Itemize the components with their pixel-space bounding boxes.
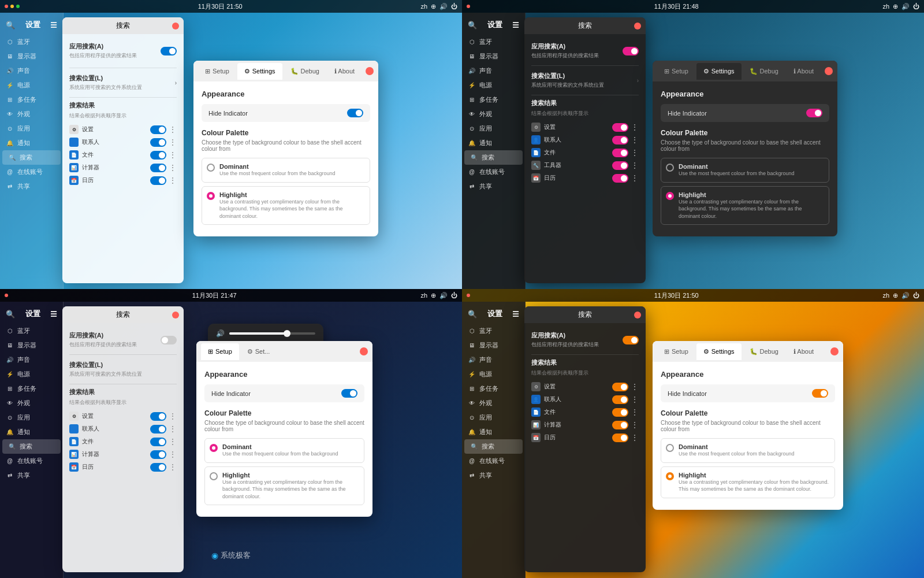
close-button-q2[interactable] (634, 23, 641, 29)
sidebar-display-q3[interactable]: 🖥显示器 (0, 338, 63, 353)
hide-indicator-toggle-q4[interactable] (812, 389, 828, 398)
sidebar-online-q3[interactable]: @在线账号 (0, 454, 63, 468)
sidebar-display-q2[interactable]: 🖥显示器 (462, 49, 525, 64)
sidebar-item-sharing[interactable]: ⇄共享 (0, 179, 63, 194)
toggle-settings[interactable] (150, 125, 166, 134)
radio-highlight-q4[interactable]: Highlight Use a contrasting yet complime… (661, 466, 835, 498)
tab-set-q3[interactable]: ⚙ Set... (240, 343, 277, 360)
sidebar-notif-q3[interactable]: 🔔通知 (0, 425, 63, 439)
app-search-toggle-q2[interactable] (623, 47, 639, 55)
sidebar-sharing-q2[interactable]: ⇄共享 (462, 179, 525, 194)
sidebar-item-online[interactable]: @在线账号 (0, 165, 63, 179)
tab-setup-q4[interactable]: ⊞ Setup (657, 343, 695, 360)
dialog-close-q3[interactable] (360, 347, 368, 355)
dots-files[interactable]: ⋮ (169, 151, 177, 159)
close-button-q1[interactable] (172, 23, 179, 29)
app-search-toggle-q1[interactable] (161, 47, 177, 55)
toggle-files[interactable] (150, 151, 166, 160)
tab-debug-q2[interactable]: 🐛 Debug (743, 63, 785, 80)
close-button-q3[interactable] (172, 312, 179, 318)
sidebar-notif-q2[interactable]: 🔔通知 (462, 136, 525, 150)
tab-settings-q2[interactable]: ⚙ Settings (696, 63, 742, 80)
sidebar-sharing-q4[interactable]: ⇄共享 (462, 468, 525, 483)
location-arrow-q2[interactable]: › (637, 77, 639, 84)
sidebar-power-q4[interactable]: ⚡电源 (462, 367, 525, 381)
toggle-contacts[interactable] (150, 138, 166, 147)
sidebar-online-q2[interactable]: @在线账号 (462, 165, 525, 179)
sidebar-item-apps[interactable]: ⊙应用 (0, 121, 63, 136)
sidebar-display-q4[interactable]: 🖥显示器 (462, 338, 525, 353)
sidebar-sound-q4[interactable]: 🔊声音 (462, 353, 525, 367)
radio-highlight-q1[interactable]: Highlight Use a contrasting yet complime… (202, 186, 370, 225)
sidebar-item-display[interactable]: 🖥显示器 (0, 49, 63, 64)
sidebar-search-q4[interactable]: 🔍搜索 (464, 439, 523, 454)
toggle-cal[interactable] (150, 176, 166, 185)
dots-calc[interactable]: ⋮ (169, 164, 177, 172)
sidebar-item-bluetooth[interactable]: ⬡蓝牙 (0, 35, 63, 49)
app-search-toggle-q4[interactable] (623, 336, 639, 344)
tab-setup-q2[interactable]: ⊞ Setup (657, 63, 695, 80)
sidebar-sharing-q3[interactable]: ⇄共享 (0, 468, 63, 483)
sidebar-power-q3[interactable]: ⚡电源 (0, 367, 63, 381)
tab-setup-q1[interactable]: ⊞ Setup (198, 63, 236, 80)
dots-contacts[interactable]: ⋮ (169, 138, 177, 146)
sidebar-bluetooth-q2[interactable]: ⬡蓝牙 (462, 35, 525, 49)
close-button-q4[interactable] (634, 312, 641, 318)
sidebar-online-q4[interactable]: @在线账号 (462, 454, 525, 468)
app-search-toggle-q3[interactable] (161, 336, 177, 344)
dots-cal[interactable]: ⋮ (169, 176, 177, 184)
radio-dominant-q3[interactable]: Dominant Use the most frequent colour fr… (204, 438, 364, 463)
tab-debug-q4[interactable]: 🐛 Debug (743, 343, 785, 360)
menu-icon-q1[interactable]: ☰ (50, 21, 57, 29)
hide-indicator-toggle-q1[interactable] (347, 109, 363, 117)
sidebar-notif-q4[interactable]: 🔔通知 (462, 425, 525, 439)
toggle-settings-q2[interactable] (612, 123, 628, 132)
sidebar-apps-q2[interactable]: ⊙应用 (462, 121, 525, 136)
sidebar-item-power[interactable]: ⚡电源 (0, 78, 63, 92)
dialog-close-q1[interactable] (366, 67, 374, 75)
sidebar-sound-q3[interactable]: 🔊声音 (0, 353, 63, 367)
tab-debug-q1[interactable]: 🐛 Debug (284, 63, 326, 80)
sidebar-bluetooth-q3[interactable]: ⬡蓝牙 (0, 324, 63, 338)
sidebar-appearance-q4[interactable]: 👁外观 (462, 396, 525, 410)
location-arrow-q1[interactable]: › (175, 80, 177, 86)
menu-icon-q4[interactable]: ☰ (512, 310, 519, 318)
toggle-tools-q2[interactable] (612, 161, 628, 170)
radio-highlight-q2[interactable]: Highlight Use a contrasting yet complime… (661, 186, 829, 225)
sidebar-item-multitask[interactable]: ⊞多任务 (0, 92, 63, 107)
menu-icon-q2[interactable]: ☰ (512, 21, 519, 29)
radio-dominant-q2[interactable]: Dominant Use the most frequent colour fr… (661, 158, 829, 183)
sidebar-apps-q4[interactable]: ⊙应用 (462, 410, 525, 425)
sidebar-appearance-q2[interactable]: 👁外观 (462, 107, 525, 121)
radio-dominant-q1[interactable]: Dominant Use the most frequent colour fr… (202, 158, 370, 183)
sidebar-multitask-q3[interactable]: ⊞多任务 (0, 381, 63, 396)
radio-dominant-q4[interactable]: Dominant Use the most frequent colour fr… (661, 438, 835, 463)
toggle-contacts-q2[interactable] (612, 136, 628, 144)
sidebar-sound-q2[interactable]: 🔊声音 (462, 64, 525, 78)
sidebar-item-sound[interactable]: 🔊声音 (0, 64, 63, 78)
sidebar-multitask-q2[interactable]: ⊞多任务 (462, 92, 525, 107)
dots-settings[interactable]: ⋮ (169, 125, 177, 134)
tab-about-q1[interactable]: ℹ About (327, 63, 362, 80)
sidebar-item-search[interactable]: 🔍搜索 (2, 150, 61, 165)
toggle-calc[interactable] (150, 164, 166, 172)
sidebar-search-q2[interactable]: 🔍搜索 (464, 150, 523, 165)
dialog-close-q4[interactable] (830, 347, 839, 355)
sidebar-item-appearance[interactable]: 👁外观 (0, 107, 63, 121)
vol-slider-q3[interactable] (229, 332, 315, 335)
sidebar-apps-q3[interactable]: ⊙应用 (0, 410, 63, 425)
tab-about-q4[interactable]: ℹ About (787, 343, 821, 360)
radio-highlight-q3[interactable]: Highlight Use a contrasting yet complime… (204, 466, 364, 506)
sidebar-multitask-q4[interactable]: ⊞多任务 (462, 381, 525, 396)
hide-indicator-toggle-q2[interactable] (806, 109, 822, 117)
sidebar-appearance-q3[interactable]: 👁外观 (0, 396, 63, 410)
toggle-files-q2[interactable] (612, 149, 628, 157)
dialog-close-q2[interactable] (825, 67, 833, 75)
menu-icon-q3[interactable]: ☰ (50, 310, 57, 318)
hide-indicator-toggle-q3[interactable] (341, 389, 357, 398)
toggle-cal-q2[interactable] (612, 174, 628, 183)
sidebar-power-q2[interactable]: ⚡电源 (462, 78, 525, 92)
sidebar-search-q3[interactable]: 🔍搜索 (2, 439, 61, 454)
tab-settings-q1[interactable]: ⚙ Settings (237, 63, 282, 80)
tab-setup-q3[interactable]: ⊞ Setup (201, 343, 239, 360)
